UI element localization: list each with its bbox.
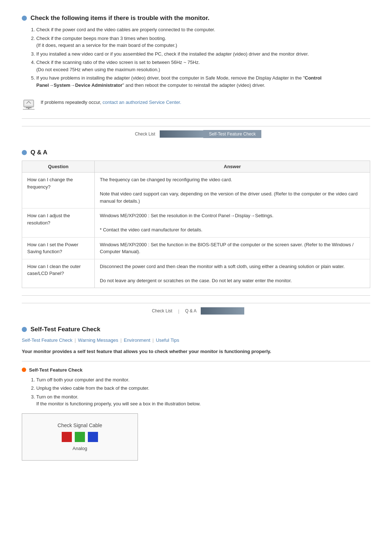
trouble-heading: Check the following items if there is tr… [30,15,209,22]
step-item: Unplug the video cable from the back of … [36,385,370,392]
link-environment[interactable]: Environment [124,337,150,343]
svg-rect-2 [26,107,32,108]
nav-checklist-2[interactable]: Check List [148,307,177,315]
signal-box: Check Signal Cable Analog [22,413,138,461]
selftest-section: Self-Test Feature Check Self-Test Featur… [22,326,370,461]
list-item: Check if the computer beeps more than 3 … [36,35,370,49]
trouble-section: Check the following items if there is tr… [22,15,370,138]
table-row: How can I clean the outer case/LCD Panel… [22,259,370,288]
square-blue [88,432,98,442]
signal-box-title: Check Signal Cable [58,422,102,428]
table-row: How can I adjust the resolution? Windows… [22,208,370,238]
square-green [75,432,85,442]
list-item: Check if the power cord and the video ca… [36,26,370,33]
question-cell: How can I adjust the resolution? [22,208,95,238]
list-item: Check if the scanning ratio of the video… [36,59,370,73]
signal-box-label: Analog [73,446,87,451]
selftest-links: Self-Test Feature Check | Warning Messag… [22,337,370,343]
svg-rect-3 [28,108,29,109]
nav-qa-2[interactable]: Q & A [181,307,201,315]
selftest-bullet-icon [22,327,27,332]
answer-cell: Windows ME/XP/2000 : Set the resolution … [95,208,370,238]
nav-bar-1: Check List Self-Test Feature Check [22,126,370,138]
divider-2 [22,295,370,296]
trouble-list: Check if the power cord and the video ca… [36,26,370,89]
col-question: Question [22,161,95,173]
qa-bullet-icon [22,150,27,155]
note-box: If problems repeatedly occur, contact an… [22,94,370,113]
answer-cell: Disconnect the power cord and then clean… [95,259,370,288]
step-item: Turn off both your computer and the moni… [36,376,370,384]
divider-3 [22,361,370,361]
question-cell: How can I clean the outer case/LCD Panel… [22,259,95,288]
divider [22,118,370,119]
list-item: If you have problems in installing the a… [36,74,370,89]
note-text: If problems repeatedly occur, contact an… [41,97,181,106]
step-item: Turn on the monitor. If the monitor is f… [36,393,370,408]
signal-squares [62,432,98,442]
selftest-notice: Your monitor provides a self test featur… [22,348,370,355]
table-row: How can I set the Power Saving function?… [22,237,370,259]
selftest-title: Self-Test Feature Check [22,326,370,333]
qa-section: Q & A Question Answer How can I change t… [22,149,370,315]
answer-cell: The frequency can be changed by reconfig… [95,173,370,208]
link-selftest[interactable]: Self-Test Feature Check [22,337,72,343]
nav-image-1 [160,130,203,138]
subsection-label: Self-Test Feature Check [29,367,82,373]
selftest-heading: Self-Test Feature Check [30,326,100,333]
link-warning[interactable]: Warning Messages [78,337,118,343]
subsection-title: Self-Test Feature Check [22,367,370,373]
nav-selftest-1[interactable]: Self-Test Feature Check [203,130,262,138]
note-icon [22,97,36,110]
table-row: How can I change the frequency? The freq… [22,173,370,208]
answer-cell: Windows ME/XP/2000 : Set the function in… [95,237,370,259]
question-cell: How can I set the Power Saving function? [22,237,95,259]
small-bullet-icon [22,368,26,372]
question-cell: How can I change the frequency? [22,173,95,208]
bullet-icon [22,16,27,21]
nav-checklist-1[interactable]: Check List [131,130,160,138]
qa-heading: Q & A [30,149,48,156]
col-answer: Answer [95,161,370,173]
nav-bar-2: Check List | Q & A [22,303,370,315]
list-item: If you installed a new video card or if … [36,50,370,58]
link-tips[interactable]: Useful Tips [156,337,179,343]
square-red [62,432,72,442]
trouble-title: Check the following items if there is tr… [22,15,370,22]
nav-image-2 [201,307,244,315]
qa-table: Question Answer How can I change the fre… [22,161,370,288]
service-center-link[interactable]: contact an authorized Service Center. [103,100,181,105]
qa-title: Q & A [22,149,370,156]
selftest-steps: Turn off both your computer and the moni… [36,376,370,408]
